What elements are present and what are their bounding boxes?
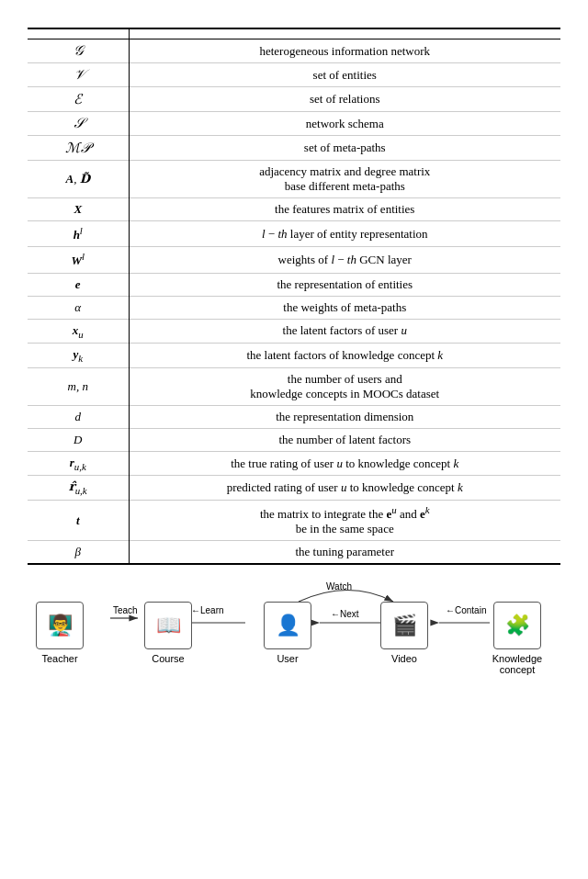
notation-cell: m, n: [28, 367, 129, 405]
notation-cell: X: [28, 198, 129, 221]
table-row: m, nthe number of users andknowledge con…: [28, 367, 560, 405]
teacher-node: 👨‍🏫 Teacher: [28, 602, 92, 664]
table-row: ℰset of relations: [28, 87, 560, 112]
notation-cell: Wl: [28, 247, 129, 273]
notation-cell: 𝒮: [28, 112, 129, 136]
notation-cell: ℳ𝒫: [28, 136, 129, 161]
explanation-cell: the matrix to integrate the eu and ekbe …: [129, 501, 560, 541]
user-node: 👤 User: [255, 602, 320, 664]
table-row: Xthe features matrix of entities: [28, 198, 560, 221]
notation-cell: hl: [28, 221, 129, 247]
explanation-cell: the representation of entities: [129, 273, 560, 296]
explanation-cell: l − th layer of entity representation: [129, 221, 560, 247]
notation-cell: d: [28, 405, 129, 428]
explanation-cell: weights of l − th GCN layer: [129, 247, 560, 273]
table-row: Wlweights of l − th GCN layer: [28, 247, 560, 273]
course-label: Course: [152, 653, 184, 664]
explanation-cell: the latent factors of knowledge concept …: [129, 344, 560, 368]
teach-label: Teach: [113, 605, 138, 615]
table-row: ru,kthe true rating of user u to knowled…: [28, 451, 560, 476]
notation-cell: 𝒢: [28, 39, 129, 63]
table-row: hll − th layer of entity representation: [28, 221, 560, 247]
table-row: A, D̃adjacency matrix and degree matrixb…: [28, 161, 560, 198]
course-icon: 📖: [144, 602, 192, 649]
video-node: 🎬 Video: [372, 602, 436, 664]
explanation-cell: predicted rating of user u to knowledge …: [129, 476, 560, 501]
table-row: βthe tuning parameter: [28, 541, 560, 565]
notation-cell: ru,k: [28, 451, 129, 476]
knowledge-icon: 🧩: [493, 602, 541, 649]
course-node: 📖 Course: [136, 602, 200, 664]
explanation-cell: the weights of meta-paths: [129, 296, 560, 319]
notation-cell: xu: [28, 319, 129, 344]
table-row: tthe matrix to integrate the eu and ekbe…: [28, 501, 560, 541]
table-row: 𝒮network schema: [28, 112, 560, 136]
table-row: ykthe latent factors of knowledge concep…: [28, 344, 560, 368]
knowledge-label: Knowledgeconcept: [492, 653, 542, 675]
video-icon: 🎬: [380, 602, 428, 649]
notation-cell: e: [28, 273, 129, 296]
col-notation-header: [28, 28, 129, 39]
explanation-cell: the tuning parameter: [129, 541, 560, 565]
explanation-cell: adjacency matrix and degree matrixbase d…: [129, 161, 560, 198]
notation-cell: D: [28, 428, 129, 451]
contain-label: ←Contain: [446, 605, 486, 615]
explanation-cell: the latent factors of user u: [129, 319, 560, 344]
explanation-cell: set of entities: [129, 63, 560, 87]
notation-cell: β: [28, 541, 129, 565]
user-icon: 👤: [264, 602, 311, 649]
table-row: 𝒱set of entities: [28, 63, 560, 87]
explanation-cell: set of relations: [129, 87, 560, 112]
col-explanation-header: [129, 28, 560, 39]
notation-cell: 𝒱: [28, 63, 129, 87]
diagram: Teach ←Learn Watch ←Next ←Contain 👨‍🏫 Te…: [28, 592, 560, 703]
table-row: xuthe latent factors of user u: [28, 319, 560, 344]
video-label: Video: [391, 653, 417, 664]
explanation-cell: heterogeneous information network: [129, 39, 560, 63]
watch-label: Watch: [326, 581, 352, 592]
table-row: 𝒢heterogeneous information network: [28, 39, 560, 63]
explanation-cell: set of meta-paths: [129, 136, 560, 161]
table-row: ethe representation of entities: [28, 273, 560, 296]
explanation-cell: the number of users andknowledge concept…: [129, 367, 560, 405]
notation-cell: t: [28, 501, 129, 541]
notation-cell: yk: [28, 344, 129, 368]
explanation-cell: the features matrix of entities: [129, 198, 560, 221]
explanation-cell: the representation dimension: [129, 405, 560, 428]
table-row: ℳ𝒫set of meta-paths: [28, 136, 560, 161]
notation-cell: α: [28, 296, 129, 319]
teacher-label: Teacher: [41, 653, 77, 664]
table-row: dthe representation dimension: [28, 405, 560, 428]
notations-table: 𝒢heterogeneous information network𝒱set o…: [28, 28, 560, 565]
explanation-cell: the number of latent factors: [129, 428, 560, 451]
diagram-container: Teach ←Learn Watch ←Next ←Contain 👨‍🏫 Te…: [28, 592, 560, 703]
table-row: Dthe number of latent factors: [28, 428, 560, 451]
table-row: αthe weights of meta-paths: [28, 296, 560, 319]
user-label: User: [277, 653, 298, 664]
notation-cell: ℰ: [28, 87, 129, 112]
notation-cell: A, D̃: [28, 161, 129, 198]
explanation-cell: the true rating of user u to knowledge c…: [129, 451, 560, 476]
teacher-icon: 👨‍🏫: [36, 602, 84, 649]
table-row: r̂u,kpredicted rating of user u to knowl…: [28, 476, 560, 501]
notation-cell: r̂u,k: [28, 476, 129, 501]
explanation-cell: network schema: [129, 112, 560, 136]
next-label: ←Next: [331, 609, 359, 619]
knowledge-node: 🧩 Knowledgeconcept: [485, 602, 549, 675]
